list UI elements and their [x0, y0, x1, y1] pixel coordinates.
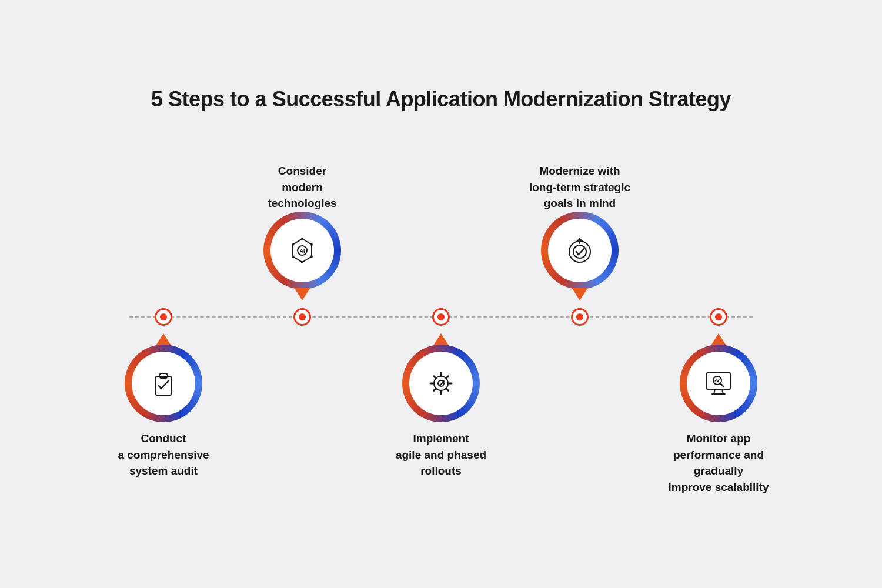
col1-bottom-label: Conducta comprehensivesystem audit: [94, 430, 233, 479]
svg-point-5: [310, 255, 313, 258]
col2-bubble: AI: [233, 212, 372, 300]
timeline-dot-2-inner: [299, 313, 306, 320]
step3-label: Implementagile and phasedrollouts: [396, 430, 486, 479]
dot4: [510, 308, 649, 326]
svg-point-4: [310, 243, 313, 246]
step1-label: Conducta comprehensivesystem audit: [118, 430, 209, 479]
svg-line-30: [720, 383, 724, 387]
step5-bubble: [680, 333, 757, 422]
svg-line-33: [718, 379, 719, 382]
svg-point-3: [301, 238, 303, 240]
svg-point-7: [292, 255, 294, 258]
top-bubbles-row: AI: [94, 212, 788, 300]
ai-icon: AI: [287, 235, 318, 266]
monitor-search-icon: [703, 368, 734, 399]
svg-line-23: [446, 376, 449, 379]
timeline-dot-4-inner: [576, 313, 583, 320]
svg-line-21: [434, 376, 436, 379]
svg-point-6: [301, 261, 303, 263]
step1-bubble: [125, 333, 202, 422]
gear-check-icon: [426, 368, 456, 399]
step2-label: Considermoderntechnologies: [268, 163, 336, 212]
timeline-dot-5: [710, 308, 727, 326]
timeline-dot-3-inner: [437, 313, 445, 320]
timeline-dot-3: [432, 308, 450, 326]
bottom-bubbles-row: [94, 333, 788, 422]
timeline-dot-5-inner: [715, 313, 722, 320]
main-container: 5 Steps to a Successful Application Mode…: [59, 64, 823, 524]
col4-top-label: Modernize withlong-term strategicgoals i…: [510, 163, 649, 212]
svg-line-26: [714, 389, 715, 394]
bubble4-tip: [572, 288, 588, 300]
svg-line-24: [434, 389, 436, 391]
bubble2-tip: [294, 288, 310, 300]
col5-bottom-label: Monitor appperformance and graduallyimpr…: [649, 430, 788, 495]
timeline-row: [94, 304, 788, 330]
bottom-labels-row: Conducta comprehensivesystem audit Imple…: [94, 430, 788, 501]
svg-line-27: [722, 389, 723, 394]
step2-bubble: AI: [263, 212, 341, 300]
step5-label: Monitor appperformance and graduallyimpr…: [649, 430, 788, 495]
col3-bubble: [372, 333, 510, 422]
top-labels-row: Considermoderntechnologies Modernize wit…: [94, 147, 788, 212]
step3-bubble: [402, 333, 480, 422]
step4-label: Modernize withlong-term strategicgoals i…: [529, 163, 630, 212]
svg-point-10: [573, 245, 586, 258]
timeline-dot-1-inner: [160, 313, 167, 320]
target-icon: [564, 235, 595, 266]
timeline-dot-2: [293, 308, 311, 326]
col1-bubble: [94, 333, 233, 422]
col4-bubble: [510, 212, 649, 300]
col3-bottom-label: Implementagile and phasedrollouts: [372, 430, 510, 479]
col5-bubble: [649, 333, 788, 422]
dot2: [233, 308, 372, 326]
dot1: [94, 308, 233, 326]
svg-point-8: [292, 243, 294, 246]
dot5: [649, 308, 788, 326]
dot3: [372, 308, 510, 326]
step4-bubble: [541, 212, 619, 300]
diagram: Considermoderntechnologies Modernize wit…: [94, 147, 788, 501]
svg-line-22: [446, 389, 449, 391]
svg-text:AI: AI: [300, 248, 305, 254]
timeline-dot-4: [571, 308, 589, 326]
col2-top-label: Considermoderntechnologies: [233, 163, 372, 212]
page-title: 5 Steps to a Successful Application Mode…: [94, 87, 788, 112]
svg-point-9: [569, 241, 590, 262]
clipboard-icon: [148, 368, 179, 399]
timeline-dot-1: [155, 308, 172, 326]
